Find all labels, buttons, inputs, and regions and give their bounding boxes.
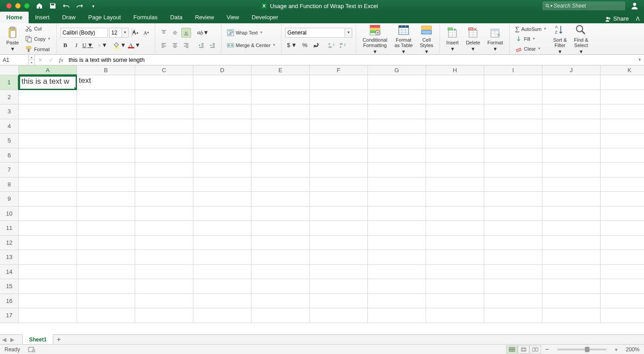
cell-E15[interactable] xyxy=(252,279,310,294)
cell-C2[interactable] xyxy=(135,90,193,105)
column-header-C[interactable]: C xyxy=(135,65,193,75)
cell-J4[interactable] xyxy=(542,119,601,134)
cell-B4[interactable] xyxy=(77,119,135,134)
cell-H14[interactable] xyxy=(426,265,484,280)
cell-K4[interactable] xyxy=(601,119,644,134)
cell-H6[interactable] xyxy=(426,148,484,163)
page-layout-view-button[interactable] xyxy=(518,345,529,354)
cell-F2[interactable] xyxy=(310,90,368,105)
cell-D15[interactable] xyxy=(193,279,252,294)
cell-B5[interactable] xyxy=(77,134,135,148)
cell-I16[interactable] xyxy=(484,294,542,309)
ribbon-collapse-icon[interactable]: ᐱ xyxy=(636,16,640,22)
name-box-up[interactable]: ▴ xyxy=(28,55,34,60)
cell-I15[interactable] xyxy=(484,279,542,294)
autosum-button[interactable]: ∑AutoSum▼ xyxy=(513,25,549,34)
font-size-input[interactable] xyxy=(110,28,121,37)
enter-formula-icon[interactable]: ✓ xyxy=(46,57,56,63)
cell-I7[interactable] xyxy=(484,163,542,177)
cell-A4[interactable] xyxy=(19,119,77,134)
cell-C13[interactable] xyxy=(135,250,193,265)
decrease-decimal-button[interactable]: .00.0 xyxy=(337,40,347,50)
home-icon[interactable] xyxy=(36,2,43,9)
cell-B17[interactable] xyxy=(77,308,135,323)
cell-K9[interactable] xyxy=(601,192,644,207)
format-cells-button[interactable]: Format▼ xyxy=(485,26,506,52)
cell-A17[interactable] xyxy=(19,308,77,323)
increase-indent-button[interactable] xyxy=(208,40,218,50)
cell-I14[interactable] xyxy=(484,265,542,280)
tab-page-layout[interactable]: Page Layout xyxy=(82,12,127,23)
cell-B2[interactable] xyxy=(77,90,135,105)
row-header-11[interactable]: 11 xyxy=(0,221,19,236)
cell-I11[interactable] xyxy=(484,221,542,236)
column-header-E[interactable]: E xyxy=(252,65,310,75)
cell-F10[interactable] xyxy=(310,207,368,221)
cell-K1[interactable] xyxy=(601,75,644,90)
cell-K7[interactable] xyxy=(601,163,644,177)
cell-E9[interactable] xyxy=(252,192,310,207)
cell-A15[interactable] xyxy=(19,279,77,294)
cell-D3[interactable] xyxy=(193,104,252,119)
cancel-formula-icon[interactable]: ✕ xyxy=(35,57,46,63)
cell-I9[interactable] xyxy=(484,192,542,207)
cell-E17[interactable] xyxy=(252,308,310,323)
select-all-corner[interactable] xyxy=(0,65,19,75)
row-header-7[interactable]: 7 xyxy=(0,163,19,177)
cell-E3[interactable] xyxy=(252,104,310,119)
cell-E12[interactable] xyxy=(252,236,310,250)
cell-D12[interactable] xyxy=(193,236,252,250)
cut-button[interactable]: Cut xyxy=(23,24,53,33)
name-box-down[interactable]: ▾ xyxy=(28,60,34,65)
zoom-slider[interactable] xyxy=(557,349,606,350)
tab-view[interactable]: View xyxy=(220,12,245,23)
cell-H12[interactable] xyxy=(426,236,484,250)
formula-bar-expand-icon[interactable]: ▼ xyxy=(635,58,644,62)
cell-I6[interactable] xyxy=(484,148,542,163)
cell-E10[interactable] xyxy=(252,207,310,221)
cell-I3[interactable] xyxy=(484,104,542,119)
cell-J11[interactable] xyxy=(542,221,601,236)
cell-G14[interactable] xyxy=(368,265,426,280)
cell-G15[interactable] xyxy=(368,279,426,294)
cell-C12[interactable] xyxy=(135,236,193,250)
cell-A1[interactable]: this is a text w xyxy=(19,75,77,90)
cell-B6[interactable] xyxy=(77,148,135,163)
cell-K10[interactable] xyxy=(601,207,644,221)
cell-H1[interactable] xyxy=(426,75,484,90)
cell-I12[interactable] xyxy=(484,236,542,250)
cell-H16[interactable] xyxy=(426,294,484,309)
cell-I4[interactable] xyxy=(484,119,542,134)
sheet-nav-prev[interactable]: ◀ xyxy=(0,337,8,343)
cell-H9[interactable] xyxy=(426,192,484,207)
row-header-13[interactable]: 13 xyxy=(0,250,19,265)
cell-B9[interactable] xyxy=(77,192,135,207)
font-size-dropdown[interactable]: ▼ xyxy=(109,28,129,38)
row-header-3[interactable]: 3 xyxy=(0,104,19,119)
italic-button[interactable]: I xyxy=(72,40,81,50)
save-icon[interactable] xyxy=(49,2,56,9)
cell-K15[interactable] xyxy=(601,279,644,294)
cell-H3[interactable] xyxy=(426,104,484,119)
column-header-H[interactable]: H xyxy=(426,65,484,75)
delete-cells-button[interactable]: Delete▼ xyxy=(463,26,483,52)
cell-A5[interactable] xyxy=(19,134,77,148)
cell-F6[interactable] xyxy=(310,148,368,163)
sheet-tab-1[interactable]: Sheet1 xyxy=(22,334,53,344)
cell-G11[interactable] xyxy=(368,221,426,236)
cell-C3[interactable] xyxy=(135,104,193,119)
row-header-5[interactable]: 5 xyxy=(0,134,19,148)
conditional-formatting-button[interactable]: Conditional Formatting▼ xyxy=(360,23,390,55)
column-header-K[interactable]: K xyxy=(601,65,644,75)
cell-H8[interactable] xyxy=(426,177,484,192)
cell-E14[interactable] xyxy=(252,265,310,280)
close-window-button[interactable] xyxy=(6,3,12,9)
row-header-12[interactable]: 12 xyxy=(0,236,19,250)
tab-draw[interactable]: Draw xyxy=(56,12,82,23)
column-header-D[interactable]: D xyxy=(193,65,252,75)
account-icon[interactable] xyxy=(631,2,639,10)
column-header-I[interactable]: I xyxy=(484,65,542,75)
cell-E4[interactable] xyxy=(252,119,310,134)
cell-D1[interactable] xyxy=(193,75,252,90)
cell-I1[interactable] xyxy=(484,75,542,90)
